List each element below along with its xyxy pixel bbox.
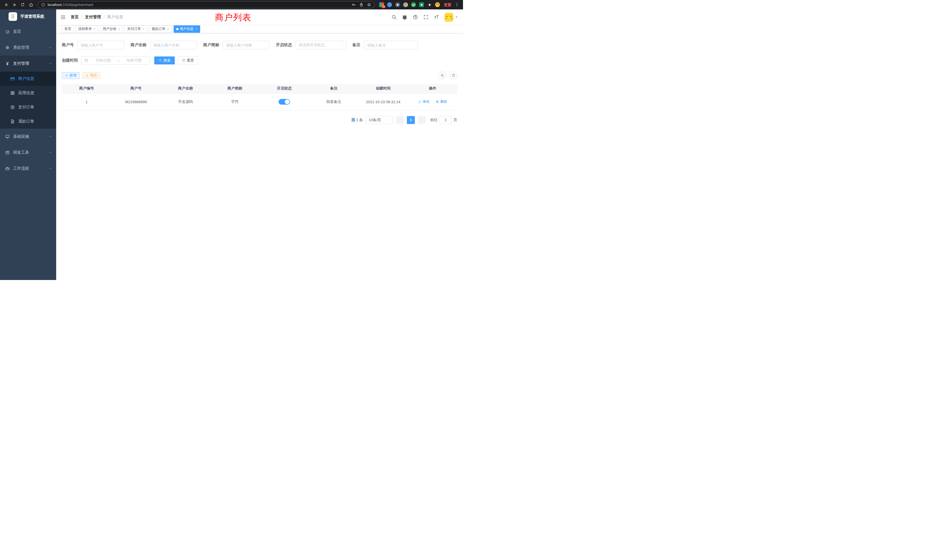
filter-form-row-1: 商户号 商户全称 商户简称 开启状态 请选择开启状态: [62, 41, 457, 49]
goto-page-input[interactable]: [440, 116, 452, 124]
forward-button[interactable]: [11, 1, 18, 9]
site-info-icon[interactable]: [41, 3, 45, 7]
sidebar-item-dev-tools[interactable]: 研发工具: [0, 145, 56, 160]
tab-bar: 首页 流程表单 用户分组 支付订单 退款订单 商户信息: [56, 25, 463, 33]
user-menu[interactable]: [445, 13, 458, 22]
tab-merchant-info[interactable]: 商户信息: [174, 26, 200, 33]
cell-short-name: 芋艿: [210, 93, 259, 110]
breadcrumb-current: 商户信息: [107, 15, 123, 20]
browser-toolbar: localhost:1024/pay/merchant 10 更新: [0, 0, 463, 9]
fullscreen-icon[interactable]: [424, 15, 428, 20]
sidebar-menu: 首页 系统管理 支付管理 商户信息 应用信息: [0, 24, 56, 177]
extension-icon-dark[interactable]: [395, 2, 400, 7]
share-icon[interactable]: [359, 3, 363, 7]
search-button[interactable]: 搜索: [154, 56, 175, 64]
home-button[interactable]: [27, 1, 35, 9]
page-number-1[interactable]: 1: [407, 116, 415, 124]
short-name-label: 商户简称: [203, 42, 222, 48]
url-text[interactable]: localhost:1024/pay/merchant: [48, 3, 349, 7]
toggle-search-button[interactable]: [439, 71, 446, 79]
close-icon[interactable]: [195, 28, 198, 30]
search-icon[interactable]: [392, 15, 396, 20]
active-dot-icon: [176, 28, 179, 30]
sidebar-submenu-payment: 商户信息 应用信息 支付订单 退款订单: [0, 71, 56, 129]
short-name-input[interactable]: [222, 41, 270, 49]
github-icon[interactable]: [402, 15, 407, 20]
extension-icon-tabs[interactable]: 10: [379, 2, 384, 7]
sidebar-item-workflow[interactable]: 工作流程: [0, 160, 56, 177]
breadcrumb-home[interactable]: 首页: [71, 15, 79, 20]
sidebar-item-home[interactable]: 首页: [0, 24, 56, 39]
extension-icon-green-check[interactable]: [411, 2, 416, 7]
app-frame: 芋道管理系统 首页 系统管理 支付管理 商户信息: [0, 9, 463, 280]
font-size-icon[interactable]: [434, 15, 439, 20]
close-icon[interactable]: [118, 28, 120, 30]
sidebar-item-system[interactable]: 系统管理: [0, 39, 56, 56]
yen-icon: [5, 61, 10, 66]
cell-remark: 我是备注: [309, 93, 359, 110]
close-icon[interactable]: [93, 28, 96, 30]
tab-home[interactable]: 首页: [62, 26, 74, 33]
extension-icon-green-square[interactable]: [419, 2, 424, 7]
caret-down-icon: [455, 15, 458, 20]
browser-menu-icon[interactable]: [453, 1, 461, 9]
status-select[interactable]: 请选择开启状态: [295, 41, 346, 49]
sidebar-item-merchant-info[interactable]: 商户信息: [0, 71, 56, 86]
merchant-no-input[interactable]: [77, 41, 124, 49]
merchant-table: 商户编号 商户号 商户全称 商户简称 开启状态 备注 创建时间 操作 1 M23…: [62, 84, 457, 110]
app-logo[interactable]: 芋道管理系统: [0, 9, 56, 24]
reload-button[interactable]: [19, 1, 27, 9]
extension-icon-color[interactable]: [403, 2, 408, 7]
sidebar-item-infrastructure[interactable]: 基础设施: [0, 129, 56, 145]
app-title: 芋道管理系统: [20, 14, 44, 19]
sidebar-item-payment[interactable]: 支付管理: [0, 56, 56, 71]
document-icon: [10, 119, 15, 124]
close-icon[interactable]: [167, 28, 169, 30]
full-name-input[interactable]: [150, 41, 197, 49]
address-bar[interactable]: localhost:1024/pay/merchant: [38, 1, 375, 8]
goto-label: 前往: [430, 118, 437, 123]
prev-page-button[interactable]: [396, 116, 404, 124]
create-time-range-picker[interactable]: 开始日期 - 结束日期: [81, 56, 150, 65]
app-grid-icon: [10, 91, 15, 95]
remark-label: 备注: [353, 42, 364, 48]
tab-user-group[interactable]: 用户分组: [100, 26, 123, 33]
export-button[interactable]: 导出: [82, 72, 100, 79]
refresh-button[interactable]: [449, 71, 457, 79]
extension-badge: 10: [382, 5, 386, 8]
sidebar-item-app-info[interactable]: 应用信息: [0, 86, 56, 100]
page-size-select[interactable]: 10条/页: [366, 116, 393, 124]
breadcrumb-separator: /: [81, 15, 82, 20]
tab-refund-order[interactable]: 退款订单: [149, 26, 172, 33]
extension-icon-drop[interactable]: [387, 2, 392, 7]
remark-input[interactable]: [364, 41, 418, 49]
edit-button[interactable]: 修改: [418, 99, 430, 104]
col-create-time: 创建时间: [359, 84, 408, 93]
table-header-row: 商户编号 商户号 商户全称 商户简称 开启状态 备注 创建时间 操作: [62, 84, 457, 93]
chevron-down-icon: [340, 43, 343, 47]
tab-pay-order[interactable]: 支付订单: [125, 26, 147, 33]
password-key-icon[interactable]: [351, 3, 356, 7]
extension-icon-black[interactable]: [427, 2, 432, 7]
breadcrumb-payment[interactable]: 支付管理: [85, 15, 101, 20]
delete-button[interactable]: 删除: [436, 99, 447, 104]
close-icon[interactable]: [142, 28, 145, 30]
reset-button[interactable]: 重置: [178, 56, 198, 64]
add-button[interactable]: 新增: [62, 72, 80, 79]
tab-process-form[interactable]: 流程表单: [76, 26, 98, 33]
status-toggle[interactable]: [278, 99, 290, 104]
help-icon[interactable]: [413, 15, 418, 20]
col-status: 开启状态: [260, 84, 309, 93]
browser-profile-icon[interactable]: [435, 2, 440, 7]
back-button[interactable]: [2, 1, 10, 9]
chevron-down-icon: [49, 151, 52, 154]
sidebar-item-refund-order[interactable]: 退款订单: [0, 114, 56, 129]
page-content: 商户号 商户全称 商户简称 开启状态 请选择开启状态: [56, 33, 463, 280]
top-navbar: 首页 / 支付管理 / 商户信息: [56, 9, 463, 25]
breadcrumb: 首页 / 支付管理 / 商户信息: [71, 15, 123, 20]
next-page-button[interactable]: [418, 116, 426, 124]
sidebar-item-pay-order[interactable]: 支付订单: [0, 100, 56, 114]
sidebar-toggle-icon[interactable]: [61, 15, 66, 20]
browser-update-button[interactable]: 更新: [444, 2, 451, 8]
bookmark-star-icon[interactable]: [367, 3, 371, 7]
